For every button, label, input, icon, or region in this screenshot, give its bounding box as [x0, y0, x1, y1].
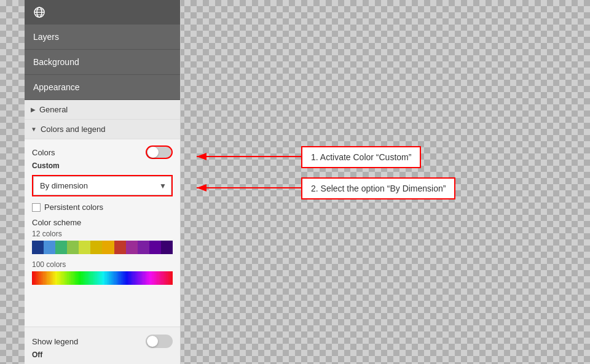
- hundred-colors-label: 100 colors: [32, 260, 173, 269]
- section-general-header[interactable]: ▶ General: [25, 100, 180, 120]
- color-swatch: [90, 241, 102, 254]
- section-colors-legend-header[interactable]: ▼ Colors and legend: [25, 120, 180, 139]
- color-swatch: [114, 241, 126, 254]
- sidebar-item-appearance[interactable]: Appearance: [25, 75, 180, 100]
- color-swatch: [67, 241, 79, 254]
- toggle-knob: [148, 147, 159, 158]
- color-swatch: [161, 241, 173, 254]
- color-swatch: [171, 271, 173, 285]
- sidebar-header: [25, 0, 180, 25]
- show-legend-toggle[interactable]: [146, 335, 173, 348]
- color-scheme-label: Color scheme: [32, 218, 173, 227]
- color-swatch: [102, 241, 114, 254]
- color-swatch: [44, 241, 55, 254]
- color-swatch: [138, 241, 149, 254]
- callout-1: 1. Activate Color “Custom”: [301, 146, 421, 168]
- colors-toggle[interactable]: [146, 145, 173, 159]
- toggle-off-knob: [147, 336, 158, 347]
- color-swatch: [126, 241, 138, 254]
- custom-label: Custom: [32, 161, 173, 170]
- colors-row: Colors: [32, 145, 173, 159]
- colors-legend-body: Colors Custom By dimension By value Sing…: [25, 139, 180, 297]
- sidebar-item-background[interactable]: Background: [25, 50, 180, 75]
- color-swatch: [55, 241, 67, 254]
- twelve-color-bar[interactable]: [32, 241, 173, 254]
- dimension-dropdown-wrapper: By dimension By value Single color ▼: [32, 175, 173, 196]
- color-swatch: [32, 241, 44, 254]
- show-legend-row: Show legend: [32, 335, 173, 348]
- twelve-colors-label: 12 colors: [32, 230, 173, 238]
- color-swatch: [79, 241, 90, 254]
- sidebar-item-layers[interactable]: Layers: [25, 25, 180, 50]
- chevron-right-icon: ▶: [31, 106, 36, 113]
- persistent-colors-row: Persistent colors: [32, 203, 173, 212]
- dimension-dropdown[interactable]: By dimension By value Single color: [33, 176, 171, 195]
- sidebar: Layers Background Appearance ▶ General ▼…: [25, 0, 181, 364]
- callout-2: 2. Select the option “By Dimension”: [301, 177, 455, 199]
- chevron-down-icon: ▼: [31, 126, 37, 133]
- persistent-colors-checkbox[interactable]: [32, 203, 41, 212]
- show-legend-value: Off: [32, 350, 173, 359]
- sidebar-content: ▶ General ▼ Colors and legend Colors Cus…: [25, 100, 180, 327]
- color-swatch: [149, 241, 161, 254]
- hundred-color-bar[interactable]: [32, 271, 173, 285]
- show-legend-section: Show legend Off: [25, 327, 180, 364]
- globe-icon: [33, 6, 45, 18]
